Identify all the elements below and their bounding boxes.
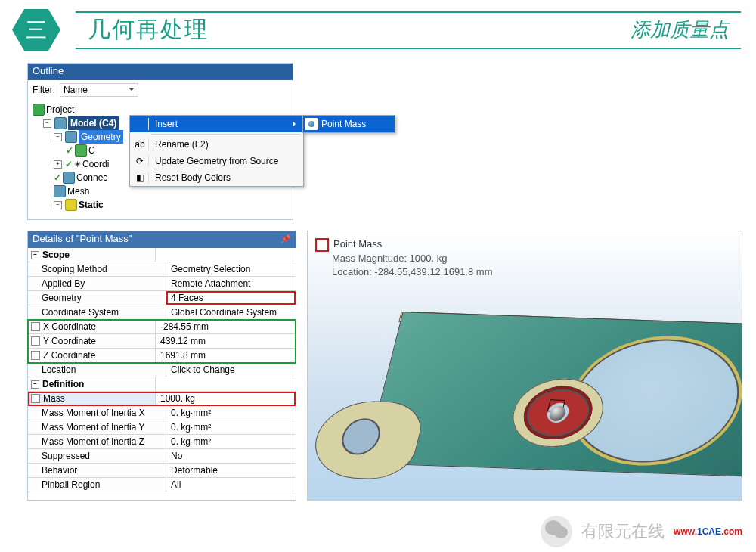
- title-bar: 几何再处理 添加质量点: [76, 11, 741, 49]
- row-behavior[interactable]: Behavior Deformable: [28, 464, 296, 478]
- tree-static[interactable]: − Static: [33, 198, 288, 212]
- filter-select[interactable]: Name: [60, 83, 138, 97]
- insert-icon: [132, 118, 149, 130]
- outline-panel-title: Outline: [28, 64, 293, 80]
- slide-title: 几何再处理: [88, 14, 209, 45]
- slide-header: 三 几何再处理 添加质量点: [0, 0, 756, 57]
- outline-panel: Outline Filter: Name Project − Model (C4…: [27, 63, 293, 220]
- checkbox-icon[interactable]: [31, 351, 40, 360]
- check-icon: ✓: [65, 157, 73, 171]
- collapse-icon[interactable]: −: [43, 119, 51, 128]
- collapse-icon[interactable]: −: [54, 133, 62, 141]
- section-marker: 三: [12, 9, 60, 51]
- collapse-icon[interactable]: −: [31, 251, 39, 259]
- row-moi-z[interactable]: Mass Moment of Inertia Z 0. kg·mm²: [28, 435, 296, 449]
- rename-icon: ab: [132, 138, 149, 150]
- check-icon: ✓: [66, 144, 73, 157]
- project-icon: [33, 104, 45, 116]
- connection-icon: [63, 172, 75, 184]
- filter-label: Filter:: [33, 85, 55, 95]
- cm-reset[interactable]: ◧ Reset Body Colors: [130, 169, 303, 186]
- pointmass-icon: [305, 118, 318, 130]
- pin-icon[interactable]: 📌: [280, 233, 291, 247]
- cm-insert[interactable]: Insert: [130, 116, 303, 132]
- warn-icon: [65, 199, 77, 211]
- row-geometry[interactable]: Geometry 4 Faces: [28, 291, 296, 305]
- section-marker-text: 三: [26, 16, 47, 45]
- context-menu: Insert ab Rename (F2) ⟳ Update Geometry …: [129, 115, 304, 187]
- reset-colors-icon: ◧: [132, 172, 149, 184]
- row-mass[interactable]: Mass 1000. kg: [28, 392, 296, 406]
- chevron-right-icon: [293, 121, 299, 127]
- submenu-pointmass[interactable]: Point Mass: [302, 115, 395, 133]
- checkbox-icon[interactable]: [31, 322, 40, 331]
- chevron-down-icon: [129, 88, 135, 94]
- details-title-bar: Details of "Point Mass" 📌: [28, 231, 296, 248]
- row-csys[interactable]: Coordinate System Global Coordinate Syst…: [28, 305, 296, 320]
- row-applied-by[interactable]: Applied By Remote Attachment: [28, 277, 296, 291]
- collapse-icon[interactable]: −: [54, 201, 62, 209]
- row-z-coord[interactable]: Z Coordinate 1691.8 mm: [28, 349, 296, 363]
- wechat-icon: [541, 516, 572, 547]
- row-suppressed[interactable]: Suppressed No: [28, 449, 296, 464]
- checkbox-icon[interactable]: [31, 336, 40, 346]
- slide-subtitle: 添加质量点: [631, 17, 729, 43]
- row-moi-y[interactable]: Mass Moment of Inertia Y 0. kg·mm²: [28, 420, 296, 435]
- pointmass-legend-icon: [315, 238, 329, 252]
- graphics-viewport[interactable]: Point Mass Mass Magnitude: 1000. kg Loca…: [307, 231, 742, 501]
- outline-filter-row: Filter: Name: [28, 80, 293, 100]
- row-y-coord[interactable]: Y Coordinate 439.12 mm: [28, 334, 296, 349]
- watermark-url: www.1CAE.com: [674, 526, 742, 537]
- body-icon: [75, 144, 87, 157]
- filter-value: Name: [64, 85, 88, 95]
- geometry-icon: [65, 131, 77, 143]
- watermark: 有限元在线 www.1CAE.com: [541, 516, 742, 547]
- row-moi-x[interactable]: Mass Moment of Inertia X 0. kg·mm²: [28, 406, 296, 420]
- collapse-icon[interactable]: −: [31, 380, 39, 389]
- refresh-icon: ⟳: [132, 155, 149, 167]
- row-scoping-method[interactable]: Scoping Method Geometry Selection: [28, 262, 296, 277]
- details-panel: Details of "Point Mass" 📌 −Scope Scoping…: [27, 231, 296, 501]
- row-x-coord[interactable]: X Coordinate -284.55 mm: [28, 320, 296, 334]
- row-location[interactable]: Location Click to Change: [28, 363, 296, 377]
- group-definition[interactable]: −Definition: [28, 377, 296, 392]
- check-icon: ✓: [54, 171, 61, 185]
- separator: [151, 134, 300, 135]
- expand-icon[interactable]: +: [54, 160, 62, 169]
- watermark-text-cn: 有限元在线: [581, 520, 665, 543]
- checkbox-icon[interactable]: [31, 394, 40, 403]
- viewport-annotation: Point Mass Mass Magnitude: 1000. kg Loca…: [315, 237, 492, 279]
- mesh-icon: [54, 185, 66, 197]
- group-scope[interactable]: −Scope: [28, 248, 296, 262]
- model-icon: [54, 117, 67, 129]
- row-pinball[interactable]: Pinball Region All: [28, 478, 296, 492]
- model-3d: [307, 295, 742, 501]
- cm-rename[interactable]: ab Rename (F2): [130, 136, 303, 153]
- cm-update[interactable]: ⟳ Update Geometry from Source: [130, 153, 303, 169]
